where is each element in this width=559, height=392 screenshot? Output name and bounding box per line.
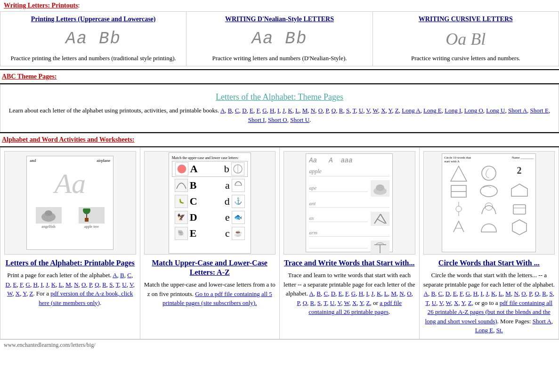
act-letter-a[interactable]: A [113,272,117,279]
letter-t-theme[interactable]: T [352,107,356,114]
circle-st-link[interactable]: St. [496,327,503,334]
act-letter-q[interactable]: Q [95,281,99,288]
letter-m-theme[interactable]: M [302,107,308,114]
act-letter-c[interactable]: C [127,272,131,279]
trace-letter-o[interactable]: O [407,290,411,297]
act-letter-i[interactable]: I [41,281,42,288]
trace-letter-t[interactable]: T [324,299,327,306]
long-u-theme[interactable]: Long U [486,107,505,114]
trace-letter-d[interactable]: D [331,290,335,297]
long-e-theme[interactable]: Long E [423,107,442,114]
act-letter-r[interactable]: R [102,281,106,288]
trace-letter-v[interactable]: V [337,299,341,306]
short-o-theme[interactable]: Short O [268,116,287,123]
act-letter-h[interactable]: H [33,281,37,288]
act-letter-y[interactable]: Y [23,290,26,297]
letter-s-theme[interactable]: S [346,107,349,114]
letter-x-theme[interactable]: X [381,107,385,114]
trace-letter-i[interactable]: I [366,290,368,297]
circle-letter-l[interactable]: L [499,290,502,297]
printing-letters-link[interactable]: Printing Letters (Uppercase and Lowercas… [4,16,182,23]
act-letter-s[interactable]: S [109,281,113,288]
letter-d-theme[interactable]: D [242,107,246,114]
circle-words-link[interactable]: Circle Words that Start With ... [438,259,540,267]
header-link[interactable]: Writing Letters: Printouts [4,2,78,9]
trace-letter-f[interactable]: F [345,290,348,297]
letter-r-theme[interactable]: R [339,107,343,114]
match-letters-link[interactable]: Match Upper-Case and Lower-Case Letters:… [152,259,267,276]
letter-i-theme[interactable]: I [277,107,279,114]
trace-letter-w[interactable]: W [344,299,349,306]
abc-theme-header-link[interactable]: ABC Theme Pages: [2,73,57,80]
circle-letter-d[interactable]: D [446,290,450,297]
circle-long-e-link[interactable]: Long E [475,327,494,334]
circle-short-a-link[interactable]: Short A [533,318,551,325]
act-letter-t[interactable]: T [116,281,119,288]
act-letter-u[interactable]: U [122,281,126,288]
activities-header-link[interactable]: Alphabet and Word Activities and Workshe… [2,136,134,143]
alphabet-theme-pages-link[interactable]: Letters of the Alphabet: Theme Pages [216,92,343,102]
circle-letter-o[interactable]: O [521,290,526,297]
long-o-theme[interactable]: Long O [464,107,483,114]
act-letter-o[interactable]: O [81,281,86,288]
act-letter-x[interactable]: X [16,290,20,297]
letter-g-theme[interactable]: G [262,107,267,114]
circle-letter-s[interactable]: S [550,290,553,297]
circle-letter-h[interactable]: H [473,290,478,297]
circle-letter-x[interactable]: X [454,299,458,306]
circle-letter-a[interactable]: A [424,290,428,297]
letter-n-theme[interactable]: N [311,107,315,114]
circle-letter-y[interactable]: Y [461,299,465,306]
circle-letter-f[interactable]: F [460,290,462,297]
trace-letter-s[interactable]: S [317,299,321,306]
trace-letter-r[interactable]: R [310,299,315,306]
short-e-theme[interactable]: Short E [530,107,549,114]
trace-letter-h[interactable]: H [359,290,363,297]
trace-letter-x[interactable]: X [352,299,356,306]
trace-letter-l[interactable]: L [384,290,388,297]
trace-letter-y[interactable]: Y [359,299,363,306]
circle-letter-v[interactable]: V [439,299,443,306]
circle-letter-j[interactable]: J [486,290,488,297]
alphabet-pages-link[interactable]: Letters of the Alphabet: Printable Pages [6,259,135,267]
trace-letter-n[interactable]: N [399,290,404,297]
trace-letter-q[interactable]: Q [303,299,307,306]
act-letter-v[interactable]: V [130,281,133,288]
trace-letter-j[interactable]: J [371,290,373,297]
trace-letter-a[interactable]: A [309,290,313,297]
circle-letter-k[interactable]: K [491,290,495,297]
act-letter-w[interactable]: W [7,290,12,297]
circle-letter-t[interactable]: T [425,299,429,306]
trace-letter-k[interactable]: K [377,290,381,297]
act-letter-m[interactable]: M [65,281,71,288]
trace-letter-g[interactable]: G [351,290,356,297]
letter-c-theme[interactable]: C [235,107,239,114]
letter-l-theme[interactable]: L [295,107,299,114]
letter-q-theme[interactable]: Q [332,107,336,114]
cursive-letters-link[interactable]: WRITING CURSIVE LETTERS [377,16,555,23]
letter-z-theme[interactable]: Z [395,107,399,114]
letter-v-theme[interactable]: V [366,107,370,114]
letter-h-theme[interactable]: H [270,107,274,114]
circle-letter-b[interactable]: B [431,290,435,297]
circle-letter-u[interactable]: U [432,299,436,306]
long-i-theme[interactable]: Long I [445,107,461,114]
act-letter-n[interactable]: N [74,281,78,288]
act-letter-e[interactable]: E [13,281,16,288]
dnealian-letters-link[interactable]: WRITING D'Nealian-Style LETTERS [190,16,368,23]
trace-letter-u[interactable]: U [330,299,334,306]
act-letter-d[interactable]: D [6,281,10,288]
short-i-theme[interactable]: Short I [248,116,265,123]
circle-letter-i[interactable]: I [481,290,483,297]
circle-letter-c[interactable]: C [438,290,443,297]
letter-k-theme[interactable]: K [288,107,292,114]
act-letter-j[interactable]: J [46,281,48,288]
letter-y-theme[interactable]: Y [389,107,392,114]
circle-letter-r[interactable]: R [542,290,546,297]
circle-letter-e[interactable]: E [453,290,457,297]
letter-f-theme[interactable]: F [256,107,259,114]
act-letter-g[interactable]: G [26,281,30,288]
long-a-theme[interactable]: Long A [402,107,420,114]
letter-o-theme[interactable]: O [318,107,323,114]
act-letter-f[interactable]: F [20,281,23,288]
